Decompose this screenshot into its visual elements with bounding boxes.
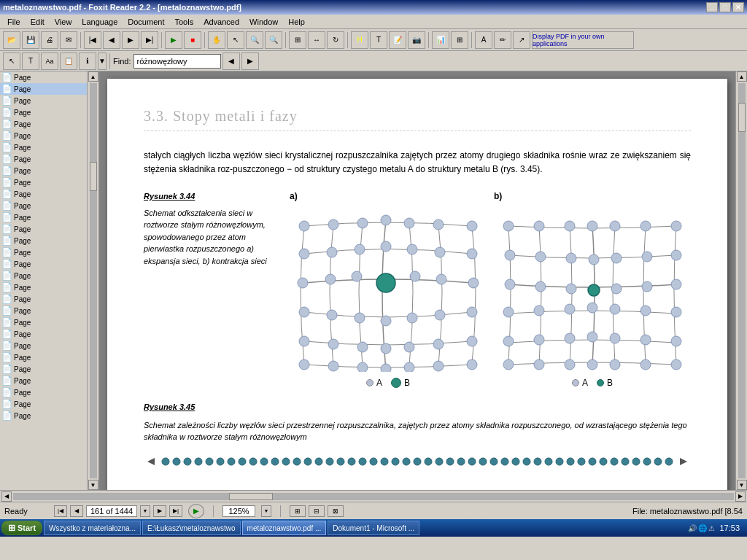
- next-page-button[interactable]: ▶: [122, 31, 139, 49]
- sidebar-page-21[interactable]: 📄Page: [0, 305, 87, 316]
- sidebar-page-9[interactable]: 📄Page: [0, 165, 87, 176]
- pdf-scroll-thumb[interactable]: [738, 103, 746, 132]
- prev-page-button[interactable]: ◀: [103, 31, 120, 49]
- sidebar-page-10[interactable]: 📄Page: [0, 176, 87, 188]
- menu-language[interactable]: Language: [77, 16, 122, 28]
- info-dropdown[interactable]: ▼: [98, 52, 107, 70]
- menu-window[interactable]: Window: [245, 16, 282, 28]
- status-icon-2[interactable]: ⊟: [309, 505, 325, 517]
- sidebar-scrollbar[interactable]: ▲ ▼: [88, 71, 99, 490]
- sidebar-page-8[interactable]: 📄Page: [0, 153, 87, 165]
- sidebar-page-12[interactable]: 📄Page: [0, 200, 87, 211]
- play-status-button[interactable]: ▶: [188, 504, 204, 518]
- fig345-link[interactable]: Rysunek 3.45: [144, 402, 691, 411]
- next-page-nav[interactable]: ▶: [153, 505, 166, 517]
- status-icon-1[interactable]: ⊞: [290, 505, 306, 517]
- menu-edit[interactable]: Edit: [26, 16, 49, 28]
- page-dropdown[interactable]: ▼: [140, 505, 150, 517]
- pdf-scroll-up[interactable]: ▲: [737, 71, 747, 82]
- find-prev[interactable]: ◀: [222, 52, 240, 70]
- ad-banner[interactable]: Display PDF in your own applications: [532, 31, 634, 49]
- zoom-display[interactable]: 125%: [222, 505, 255, 517]
- sidebar-page-28[interactable]: 📄Page: [0, 386, 87, 398]
- fig344-link[interactable]: Rysunek 3.44: [144, 192, 195, 201]
- sidebar-page-2[interactable]: 📄 Page: [0, 83, 87, 95]
- taskbar-item-4[interactable]: Dokument1 - Microsoft ...: [328, 521, 419, 535]
- menu-advanced[interactable]: Advanced: [199, 16, 244, 28]
- sidebar-page-13[interactable]: 📄Page: [0, 211, 87, 223]
- taskbar-item-3[interactable]: metaloznawstwo.pdf ...: [242, 521, 327, 535]
- status-icon-3[interactable]: ⊠: [328, 505, 344, 517]
- menu-help[interactable]: Help: [284, 16, 309, 28]
- scribble-button[interactable]: ✏: [494, 31, 511, 49]
- select-tool[interactable]: ↖: [227, 31, 244, 49]
- find-input[interactable]: [133, 54, 221, 69]
- sidebar-page-15[interactable]: 📄Page: [0, 235, 87, 246]
- open-button[interactable]: 📂: [3, 31, 20, 49]
- save-button[interactable]: 💾: [22, 31, 39, 49]
- fit-width-button[interactable]: ↔: [308, 31, 325, 49]
- sidebar-page-6[interactable]: 📄Page: [0, 130, 87, 141]
- zoom-dropdown[interactable]: ▼: [261, 505, 271, 517]
- sidebar-page-25[interactable]: 📄Page: [0, 351, 87, 363]
- sidebar-page-11[interactable]: 📄Page: [0, 188, 87, 200]
- sidebar-page-29[interactable]: 📄Page: [0, 398, 87, 410]
- find-next[interactable]: ▶: [241, 52, 259, 70]
- rotate-button[interactable]: ↻: [327, 31, 344, 49]
- sidebar-page-27[interactable]: 📄Page: [0, 375, 87, 386]
- sidebar-page-17[interactable]: 📄Page: [0, 258, 87, 270]
- text-tool[interactable]: T: [370, 31, 387, 49]
- sidebar-page-24[interactable]: 📄Page: [0, 340, 87, 351]
- share-button[interactable]: ↗: [513, 31, 530, 49]
- table-button[interactable]: ⊞: [451, 31, 468, 49]
- snapshot-button[interactable]: 📷: [408, 31, 425, 49]
- text-select[interactable]: T: [22, 52, 39, 70]
- sidebar-page-23[interactable]: 📄Page: [0, 328, 87, 340]
- sidebar-page-5[interactable]: 📄Page: [0, 118, 87, 130]
- taskbar-item-1[interactable]: Wszystko z materiałozna...: [44, 521, 141, 535]
- scroll-up-button[interactable]: ▲: [88, 71, 98, 82]
- scroll-down-button[interactable]: ▼: [88, 480, 98, 490]
- sidebar-page-30[interactable]: 📄Page: [0, 410, 87, 421]
- maximize-button[interactable]: □: [719, 2, 731, 12]
- close-button[interactable]: ✕: [732, 2, 744, 12]
- zoom-out-button[interactable]: 🔍: [265, 31, 282, 49]
- page-display[interactable]: 161 of 1444: [86, 505, 137, 517]
- last-page-nav[interactable]: ▶|: [169, 505, 182, 517]
- sidebar-page-20[interactable]: 📄Page: [0, 293, 87, 305]
- highlight-button[interactable]: H: [351, 31, 368, 49]
- cursor-tool[interactable]: ↖: [3, 52, 20, 70]
- first-page-nav[interactable]: |◀: [54, 505, 67, 517]
- sidebar-page-14[interactable]: 📄Page: [0, 223, 87, 235]
- pdf-right-scrollbar[interactable]: ▲ ▼: [735, 71, 747, 490]
- menu-file[interactable]: File: [3, 16, 25, 28]
- horizontal-scrollbar[interactable]: ◀ ▶: [0, 490, 747, 502]
- h-scroll-thumb[interactable]: [229, 493, 273, 500]
- menu-document[interactable]: Document: [123, 16, 169, 28]
- sidebar-page-7[interactable]: 📄Page: [0, 141, 87, 153]
- menu-view[interactable]: View: [50, 16, 77, 28]
- sidebar-page-3[interactable]: 📄Page: [0, 95, 87, 106]
- note-button[interactable]: 📝: [389, 31, 406, 49]
- typewriter-button[interactable]: A: [475, 31, 492, 49]
- print-button[interactable]: 🖨: [41, 31, 58, 49]
- sticky-note[interactable]: 📋: [60, 52, 77, 70]
- h-scroll-left[interactable]: ◀: [1, 491, 12, 502]
- sidebar-page-22[interactable]: 📄Page: [0, 316, 87, 328]
- pdf-content-area[interactable]: 3.3. Stopy metali i fazy stałych ciągłyc…: [99, 71, 735, 490]
- zoom-in-button[interactable]: 🔍: [246, 31, 263, 49]
- minimize-button[interactable]: _: [706, 2, 718, 12]
- taskbar-item-2[interactable]: E:\Łukasz\metaloznawstwo: [142, 521, 241, 535]
- sidebar-page-4[interactable]: 📄Page: [0, 106, 87, 118]
- menu-tools[interactable]: Tools: [170, 16, 198, 28]
- play-button[interactable]: ▶: [165, 31, 182, 49]
- fit-page-button[interactable]: ⊞: [289, 31, 306, 49]
- sidebar-page-26[interactable]: 📄Page: [0, 363, 87, 375]
- start-button[interactable]: ⊞ Start: [1, 521, 42, 535]
- info-button[interactable]: ℹ: [79, 52, 96, 70]
- sidebar-page-16[interactable]: 📄Page: [0, 246, 87, 258]
- sidebar-page-19[interactable]: 📄Page: [0, 281, 87, 293]
- h-scroll-right[interactable]: ▶: [735, 491, 746, 502]
- pdf-scroll-down[interactable]: ▼: [737, 480, 747, 490]
- prev-page-nav[interactable]: ◀: [70, 505, 83, 517]
